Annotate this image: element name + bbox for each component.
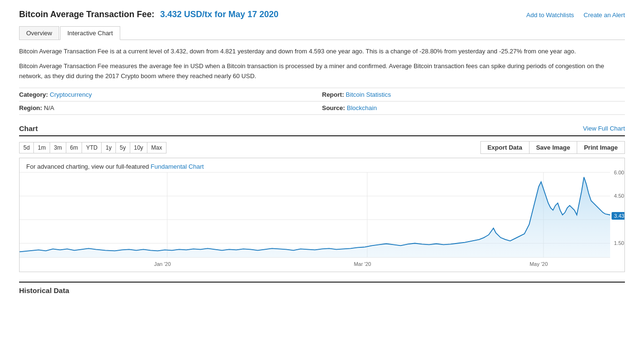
meta-region: Region: N/A (19, 101, 322, 115)
export-data-button[interactable]: Export Data (480, 141, 529, 154)
time-btn-6m[interactable]: 6m (66, 142, 83, 153)
time-btn-1y[interactable]: 1y (102, 142, 116, 153)
chart-section: Chart View Full Chart 5d 1m 3m 6m YTD 1y… (19, 124, 625, 272)
page-title: Bitcoin Average Transaction Fee: (19, 10, 155, 20)
create-alert-link[interactable]: Create an Alert (583, 11, 625, 19)
current-value: 3.432 USD/tx for May 17 2020 (160, 10, 279, 20)
svg-text:May '20: May '20 (530, 262, 548, 267)
report-label: Report: (322, 91, 344, 98)
time-range-buttons: 5d 1m 3m 6m YTD 1y 5y 10y Max (19, 142, 166, 153)
time-btn-max[interactable]: Max (147, 142, 166, 153)
svg-text:3.43: 3.43 (614, 213, 624, 219)
chart-canvas-area[interactable]: For advanced charting, view our full-fea… (19, 158, 625, 272)
source-value[interactable]: Blockchain (347, 104, 377, 112)
description-2: Bitcoin Average Transaction Fee measures… (19, 61, 625, 81)
tab-bar: Overview Interactive Chart (19, 26, 625, 40)
add-watchlist-link[interactable]: Add to Watchlists (526, 11, 574, 19)
chart-header: Chart View Full Chart (19, 124, 625, 136)
svg-text:Mar '20: Mar '20 (354, 262, 371, 267)
page-header: Bitcoin Average Transaction Fee: 3.432 U… (19, 10, 625, 20)
time-btn-1m[interactable]: 1m (34, 142, 50, 153)
description-1: Bitcoin Average Transaction Fee is at a … (19, 47, 625, 57)
chart-notice: For advanced charting, view our full-fea… (26, 163, 204, 170)
historical-data-section: Historical Data (19, 282, 625, 294)
time-btn-5y[interactable]: 5y (116, 142, 130, 153)
category-value[interactable]: Cryptocurrency (50, 91, 92, 98)
print-image-button[interactable]: Print Image (577, 141, 625, 154)
chart-svg: 6.00 4.50 1.50 Jan '20 Mar '20 May '20 3… (20, 158, 624, 272)
region-label: Region: (19, 104, 42, 112)
meta-grid: Category: Cryptocurrency Report: Bitcoin… (19, 88, 625, 115)
meta-category: Category: Cryptocurrency (19, 88, 322, 101)
svg-text:6.00: 6.00 (614, 170, 624, 175)
svg-text:Jan '20: Jan '20 (154, 262, 171, 267)
chart-controls: 5d 1m 3m 6m YTD 1y 5y 10y Max Export Dat… (19, 141, 625, 154)
svg-text:1.50: 1.50 (614, 241, 624, 246)
time-btn-5d[interactable]: 5d (20, 142, 34, 153)
tab-overview[interactable]: Overview (19, 26, 59, 40)
header-links: Add to Watchlists Create an Alert (526, 11, 625, 19)
time-btn-ytd[interactable]: YTD (82, 142, 102, 153)
fundamental-chart-link[interactable]: Fundamental Chart (151, 163, 204, 170)
report-value[interactable]: Bitcoin Statistics (346, 91, 391, 98)
save-image-button[interactable]: Save Image (529, 141, 577, 154)
time-btn-10y[interactable]: 10y (130, 142, 147, 153)
tab-interactive-chart[interactable]: Interactive Chart (60, 26, 120, 40)
historical-data-title: Historical Data (19, 286, 69, 294)
category-label: Category: (19, 91, 48, 98)
region-value: N/A (44, 104, 54, 112)
chart-action-buttons: Export Data Save Image Print Image (480, 141, 625, 154)
svg-text:4.50: 4.50 (614, 193, 624, 199)
chart-title: Chart (19, 124, 38, 132)
meta-report: Report: Bitcoin Statistics (322, 88, 625, 101)
time-btn-3m[interactable]: 3m (50, 142, 66, 153)
source-label: Source: (322, 104, 345, 112)
meta-source: Source: Blockchain (322, 101, 625, 115)
view-full-chart-link[interactable]: View Full Chart (583, 125, 625, 132)
